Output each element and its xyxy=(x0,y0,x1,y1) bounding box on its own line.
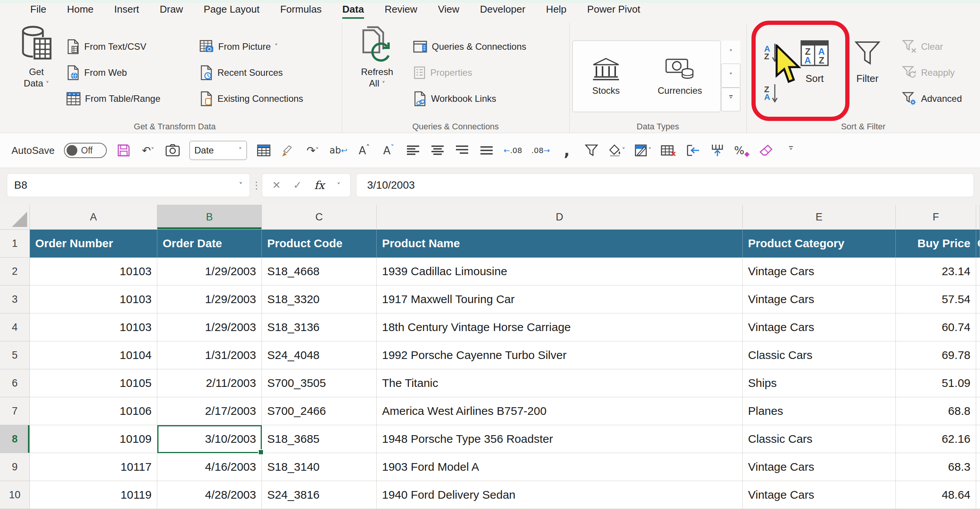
name-box[interactable]: B8 ˅ xyxy=(7,173,250,197)
cell-E10[interactable]: Vintage Cars xyxy=(743,481,896,509)
cell-A7[interactable]: 10106 xyxy=(30,397,157,425)
menu-tab-help[interactable]: Help xyxy=(536,3,577,19)
column-header-A[interactable]: A xyxy=(30,205,157,230)
existing-connections-button[interactable]: Existing Connections xyxy=(199,89,303,109)
cell-B9[interactable]: 4/16/2003 xyxy=(157,453,262,481)
align-right-icon[interactable] xyxy=(454,140,470,160)
column-header-B[interactable]: B xyxy=(157,205,262,230)
cell-A4[interactable]: 10103 xyxy=(30,313,157,341)
increase-decimal-icon[interactable]: ←.08 xyxy=(503,140,522,160)
cell-partial-4[interactable] xyxy=(976,313,980,341)
fill-color-icon[interactable]: ˅ xyxy=(608,140,626,160)
column-header-E[interactable]: E xyxy=(743,205,896,230)
menu-tab-power-pivot[interactable]: Power Pivot xyxy=(577,3,651,19)
stocks-button[interactable]: Stocks xyxy=(591,57,621,96)
cell-C5[interactable]: S24_4048 xyxy=(262,341,377,369)
cell-B5[interactable]: 1/31/2003 xyxy=(157,341,262,369)
cell-F10[interactable]: 48.64 xyxy=(896,481,976,509)
cell-partial-9[interactable] xyxy=(976,453,980,481)
number-format-dropdown[interactable]: Date ˅ xyxy=(189,141,247,160)
cell-A3[interactable]: 10103 xyxy=(30,285,157,313)
cell-B8[interactable]: 3/10/2003 xyxy=(157,425,262,453)
autosave-toggle[interactable]: Off xyxy=(64,143,107,158)
menu-tab-draw[interactable]: Draw xyxy=(149,3,193,19)
cell-B4[interactable]: 1/29/2003 xyxy=(157,313,262,341)
enter-icon[interactable]: ✓ xyxy=(293,179,302,191)
align-center-icon[interactable] xyxy=(430,140,445,160)
row-header-7[interactable]: 7 xyxy=(0,397,30,425)
insert-function-button[interactable]: fx xyxy=(314,179,325,192)
cell-D9[interactable]: 1903 Ford Model A xyxy=(377,453,743,481)
comma-style-icon[interactable]: , xyxy=(559,140,575,160)
undo-button[interactable]: ↶ ˅ xyxy=(140,140,156,160)
cell-D7[interactable]: America West Airlines B757-200 xyxy=(377,397,743,425)
cell-F8[interactable]: 62.16 xyxy=(896,425,976,453)
cell-E5[interactable]: Classic Cars xyxy=(743,341,896,369)
row-header-1[interactable]: 1 xyxy=(0,230,30,258)
filter-funnel-icon[interactable] xyxy=(584,140,599,160)
cell-E6[interactable]: Ships xyxy=(743,369,896,397)
cell-A9[interactable]: 10117 xyxy=(30,453,157,481)
from-table-range-button[interactable]: From Table/Range xyxy=(66,89,160,109)
cell-C9[interactable]: S18_3140 xyxy=(262,453,377,481)
cell-C7[interactable]: S700_2466 xyxy=(262,397,377,425)
decrease-decimal-icon[interactable]: .08→ xyxy=(531,140,550,160)
cell-D8[interactable]: 1948 Porsche Type 356 Roadster xyxy=(377,425,743,453)
header-cell-A1[interactable]: Order Number xyxy=(30,230,157,258)
header-cell-E1[interactable]: Product Category xyxy=(743,230,896,258)
cell-C4[interactable]: S18_3136 xyxy=(262,313,377,341)
redo-button[interactable]: ↷ ˅ xyxy=(305,140,320,160)
row-header-6[interactable]: 6 xyxy=(0,369,30,397)
cell-A8[interactable]: 10109 xyxy=(30,425,157,453)
menu-tab-home[interactable]: Home xyxy=(57,3,104,19)
cell-partial-7[interactable] xyxy=(976,397,980,425)
merge-cells-icon[interactable] xyxy=(685,140,701,160)
cell-C10[interactable]: S24_3816 xyxy=(262,481,377,509)
menu-tab-review[interactable]: Review xyxy=(374,3,428,19)
cell-B2[interactable]: 1/29/2003 xyxy=(157,258,262,285)
column-header-C[interactable]: C xyxy=(262,205,377,230)
cell-A10[interactable]: 10119 xyxy=(30,481,157,509)
refresh-all-button[interactable]: Refresh All ˅ xyxy=(350,24,404,89)
cell-B6[interactable]: 2/11/2003 xyxy=(157,369,262,397)
percent-style-icon[interactable]: %◆ xyxy=(734,140,750,160)
cell-C6[interactable]: S700_3505 xyxy=(262,369,377,397)
sort-button[interactable]: Z A A Z Sort xyxy=(795,35,834,85)
cell-B7[interactable]: 2/17/2003 xyxy=(157,397,262,425)
currencies-button[interactable]: Currencies xyxy=(658,57,702,96)
column-header-partial[interactable] xyxy=(976,205,980,230)
menu-tab-page-layout[interactable]: Page Layout xyxy=(193,3,270,19)
row-header-4[interactable]: 4 xyxy=(0,313,30,341)
cell-C8[interactable]: S18_3685 xyxy=(262,425,377,453)
get-data-button[interactable]: Get Data ˅ xyxy=(11,24,61,89)
workbook-links-button[interactable]: Workbook Links xyxy=(413,89,496,109)
cell-D5[interactable]: 1992 Porsche Cayenne Turbo Silver xyxy=(377,341,743,369)
header-cell-F1[interactable]: Buy Price xyxy=(896,230,976,258)
cell-D2[interactable]: 1939 Cadillac Limousine xyxy=(377,258,743,285)
cell-partial-8[interactable] xyxy=(976,425,980,453)
eraser-icon[interactable] xyxy=(759,140,774,160)
justify-icon[interactable] xyxy=(479,140,494,160)
cell-D3[interactable]: 1917 Maxwell Touring Car xyxy=(377,285,743,313)
row-header-10[interactable]: 10 xyxy=(0,481,30,509)
row-header-3[interactable]: 3 xyxy=(0,285,30,313)
cell-F7[interactable]: 68.8 xyxy=(896,397,976,425)
delete-cells-icon[interactable] xyxy=(661,140,676,160)
cell-A6[interactable]: 10105 xyxy=(30,369,157,397)
gallery-scroll-up-button[interactable]: ˄ xyxy=(721,41,740,64)
row-header-2[interactable]: 2 xyxy=(0,258,30,285)
wrap-text-icon[interactable]: ab↩ xyxy=(330,140,348,160)
align-left-icon[interactable] xyxy=(405,140,421,160)
recent-sources-button[interactable]: Recent Sources xyxy=(199,63,283,83)
row-header-9[interactable]: 9 xyxy=(0,453,30,481)
advanced-filter-button[interactable]: Advanced xyxy=(902,89,962,109)
cancel-icon[interactable]: ✕ xyxy=(272,179,281,191)
gallery-more-button[interactable]: ˅ xyxy=(721,88,740,111)
cell-A5[interactable]: 10104 xyxy=(30,341,157,369)
cell-E2[interactable]: Vintage Cars xyxy=(743,258,896,285)
gallery-scroll-down-button[interactable]: ˅ xyxy=(721,64,740,87)
header-cell-D1[interactable]: Product Name xyxy=(377,230,743,258)
cell-C3[interactable]: S18_3320 xyxy=(262,285,377,313)
from-text-csv-button[interactable]: From Text/CSV xyxy=(66,37,146,57)
cell-C2[interactable]: S18_4668 xyxy=(262,258,377,285)
